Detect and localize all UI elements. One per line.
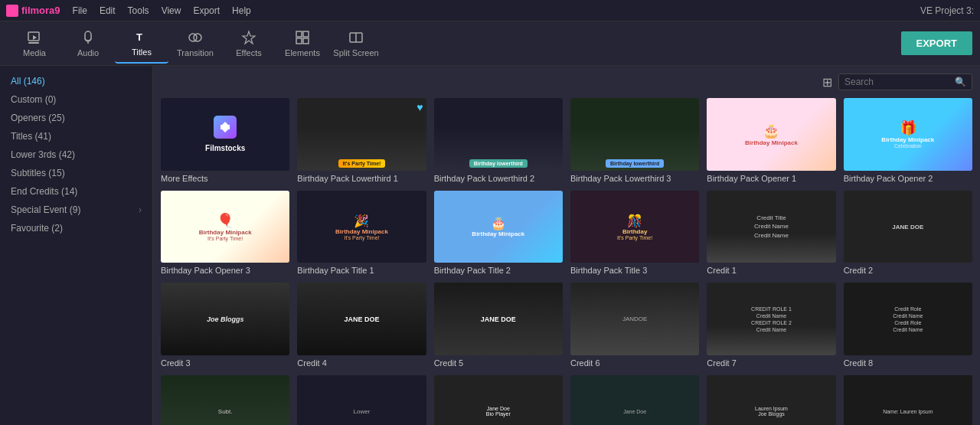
sidebar-item-lower3rds[interactable]: Lower 3rds (42) xyxy=(0,145,152,164)
menu-bar: filmora9 File Edit Tools View Export Hel… xyxy=(0,0,980,21)
thumb-bday-lower2: Birthday lowerthird xyxy=(434,98,563,171)
search-icon: 🔍 xyxy=(955,77,966,87)
content-area: ⊞ 🔍 Filmstocks More Effects xyxy=(153,66,980,425)
list-item[interactable]: 🎉 Birthday Minipack It's Party Time! Bir… xyxy=(297,191,426,276)
search-bar: ⊞ 🔍 xyxy=(161,74,972,90)
list-item[interactable]: JANDOE Credit 6 xyxy=(570,283,699,368)
thumb-label: Birthday Pack Opener 2 xyxy=(844,174,972,183)
thumb-more-effects: Filmstocks xyxy=(161,98,289,171)
thumb-bday-title1: 🎉 Birthday Minipack It's Party Time! xyxy=(297,191,426,263)
thumb-bday-lower1: It's Party Time! ♥ xyxy=(297,98,426,171)
titles-icon: T xyxy=(134,29,149,44)
list-item[interactable]: Lower xyxy=(297,375,426,425)
splitscreen-icon xyxy=(348,30,364,45)
thumb-label: More Effects xyxy=(161,174,289,183)
sidebar-item-favourite[interactable]: Favourite (2) xyxy=(0,219,152,237)
toolbar-effects[interactable]: Effects xyxy=(222,24,276,64)
toolbar-media[interactable]: Media xyxy=(8,24,61,64)
export-button[interactable]: EXPORT xyxy=(901,31,972,55)
thumb-label: Birthday Pack Opener 3 xyxy=(161,266,289,275)
list-item[interactable]: Credit Role Credit Name Credit Role Cred… xyxy=(844,283,972,368)
list-item[interactable]: Filmstocks More Effects xyxy=(161,98,289,183)
sidebar-item-openers[interactable]: Openers (25) xyxy=(0,109,152,127)
svg-rect-1 xyxy=(28,42,39,44)
toolbar-elements[interactable]: Elements xyxy=(276,24,329,64)
thumb-extra3: Jane Doe Bio Player xyxy=(434,375,563,425)
menu-export[interactable]: Export xyxy=(193,5,220,16)
menu-view[interactable]: View xyxy=(162,5,181,16)
thumbnails-grid: Filmstocks More Effects It's Party Time!… xyxy=(161,98,972,425)
effects-icon xyxy=(241,30,256,45)
thumb-label: Birthday Pack Lowerthird 3 xyxy=(570,174,699,183)
list-item[interactable]: 🎂 Birthday Minipack Birthday Pack Opener… xyxy=(707,98,835,183)
thumb-label: Credit 3 xyxy=(161,358,289,368)
list-item[interactable]: Credit Title Credit Name Credit Name Cre… xyxy=(707,191,835,276)
svg-rect-7 xyxy=(296,31,302,37)
svg-point-5 xyxy=(194,34,201,41)
project-name: VE Project 3: xyxy=(920,5,974,16)
sidebar-item-specialevent[interactable]: Special Event (9) › xyxy=(0,201,152,219)
thumb-extra6: Name: Lauren Ipsum xyxy=(844,375,972,425)
grid-view-icon[interactable]: ⊞ xyxy=(822,75,832,90)
list-item[interactable]: Jane Doe xyxy=(570,375,699,425)
sidebar: All (146) Custom (0) Openers (25) Titles… xyxy=(0,66,153,425)
list-item[interactable]: It's Party Time! ♥ Birthday Pack Lowerth… xyxy=(297,98,426,183)
toolbar-transition[interactable]: Transition xyxy=(168,24,222,64)
list-item[interactable]: JANE DOE Credit 4 xyxy=(297,283,426,368)
list-item[interactable]: Birthday lowerthird Birthday Pack Lowert… xyxy=(434,98,563,183)
thumb-label: Birthday Pack Opener 1 xyxy=(707,174,835,183)
main-area: All (146) Custom (0) Openers (25) Titles… xyxy=(0,66,980,425)
chevron-right-icon: › xyxy=(139,204,142,215)
thumb-label: Credit 4 xyxy=(297,358,426,368)
list-item[interactable]: 🎁 Birthday Minipack Celebration Birthday… xyxy=(844,98,972,183)
thumb-bday-lower3: Birthday lowerthird xyxy=(570,98,699,171)
thumb-extra2: Lower xyxy=(297,375,426,425)
thumb-bday-opener3: 🎈 Birthday Minipack It's Party Time! xyxy=(161,191,289,263)
menu-help[interactable]: Help xyxy=(232,5,251,16)
list-item[interactable]: Lauren Ipsum Joe Bloggs Lauren Ipsum xyxy=(707,375,835,425)
sidebar-item-endcredits[interactable]: End Credits (14) xyxy=(0,182,152,201)
toolbar-splitscreen-label: Split Screen xyxy=(333,48,378,57)
toolbar-media-label: Media xyxy=(23,48,46,57)
search-input-wrap: 🔍 xyxy=(838,74,972,90)
sidebar-item-subtitles[interactable]: Subtitles (15) xyxy=(0,164,152,182)
toolbar-titles[interactable]: T Titles xyxy=(115,24,168,64)
transition-icon xyxy=(188,30,203,45)
thumb-label: Birthday Pack Lowerthird 1 xyxy=(297,174,426,183)
svg-text:T: T xyxy=(136,31,142,43)
thumb-label: Credit 8 xyxy=(844,358,972,368)
toolbar-elements-label: Elements xyxy=(285,48,320,57)
list-item[interactable]: Name: Lauren Ipsum Name: Lauren Ipsum xyxy=(844,375,972,425)
menu-tools[interactable]: Tools xyxy=(128,5,149,16)
sidebar-item-custom[interactable]: Custom (0) xyxy=(0,90,152,109)
thumb-label: Credit 7 xyxy=(707,358,835,368)
thumb-label: Birthday Pack Lowerthird 2 xyxy=(434,174,563,183)
svg-marker-6 xyxy=(243,31,255,44)
list-item[interactable]: Joe Bloggs Credit 3 xyxy=(161,283,289,368)
thumb-credit1: Credit Title Credit Name Credit Name xyxy=(707,191,835,263)
search-input[interactable] xyxy=(844,77,952,87)
toolbar-audio[interactable]: Audio xyxy=(61,24,115,64)
list-item[interactable]: JANE DOE Credit 5 xyxy=(434,283,563,368)
thumb-credit3: Joe Bloggs xyxy=(161,283,289,355)
list-item[interactable]: Subt. xyxy=(161,375,289,425)
list-item[interactable]: Jane Doe Bio Player Jane Doe Bio Player xyxy=(434,375,563,425)
list-item[interactable]: JANE DOE Credit 2 xyxy=(844,191,972,276)
thumb-extra5: Lauren Ipsum Joe Bloggs xyxy=(707,375,835,425)
list-item[interactable]: 🎈 Birthday Minipack It's Party Time! Bir… xyxy=(161,191,289,276)
list-item[interactable]: 🎂 Birthday Minipack Birthday Pack Title … xyxy=(434,191,563,276)
thumb-bday-opener1: 🎂 Birthday Minipack xyxy=(707,98,835,171)
audio-icon xyxy=(80,30,96,45)
heart-icon[interactable]: ♥ xyxy=(416,101,423,113)
sidebar-item-all[interactable]: All (146) xyxy=(0,72,152,90)
list-item[interactable]: 🎊 Birthday It's Party Time! Birthday Pac… xyxy=(570,191,699,276)
svg-rect-8 xyxy=(303,31,309,37)
toolbar-splitscreen[interactable]: Split Screen xyxy=(329,24,383,64)
toolbar-effects-label: Effects xyxy=(236,48,261,57)
menu-edit[interactable]: Edit xyxy=(100,5,116,16)
list-item[interactable]: CREDIT ROLE 1 Credit Name CREDIT ROLE 2 … xyxy=(707,283,835,368)
sidebar-item-titles[interactable]: Titles (41) xyxy=(0,127,152,145)
thumb-label: Birthday Pack Title 1 xyxy=(297,266,426,275)
list-item[interactable]: Birthday lowerthird Birthday Pack Lowert… xyxy=(570,98,699,183)
menu-file[interactable]: File xyxy=(73,5,87,16)
